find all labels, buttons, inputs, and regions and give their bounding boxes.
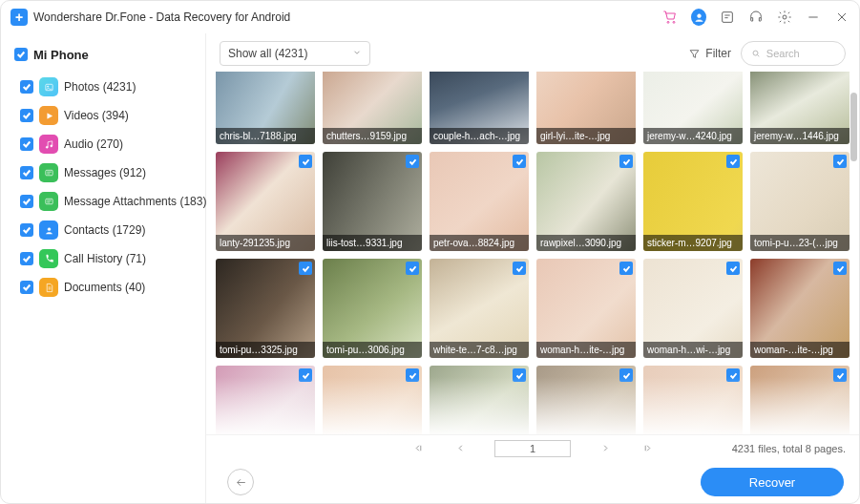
thumbnail-checkbox[interactable] bbox=[299, 155, 312, 168]
thumbnail-item[interactable] bbox=[216, 366, 315, 434]
thumbnail-item[interactable]: woman-h…ite-…jpg bbox=[536, 259, 636, 358]
app-title: Wondershare Dr.Fone - Data Recovery for … bbox=[33, 10, 290, 24]
thumbnail-checkbox[interactable] bbox=[726, 155, 740, 168]
svg-line-23 bbox=[758, 55, 760, 57]
thumbnail-item[interactable]: rawpixel…3090.jpg bbox=[536, 152, 636, 251]
thumbnail-item[interactable]: couple-h…ach-…jpg bbox=[430, 72, 529, 144]
filter-dropdown[interactable]: Show all (4231) bbox=[220, 41, 370, 66]
thumbnail-item[interactable]: woman-h…wi-…jpg bbox=[643, 259, 743, 358]
page-next-button[interactable] bbox=[598, 443, 613, 453]
page-last-button[interactable] bbox=[640, 443, 655, 453]
category-label: Audio (270) bbox=[64, 137, 123, 151]
device-row[interactable]: Mi Phone bbox=[14, 41, 196, 68]
thumbnail-item[interactable] bbox=[643, 366, 743, 434]
search-icon bbox=[751, 48, 761, 59]
thumbnail-checkbox[interactable] bbox=[833, 262, 847, 275]
thumbnail-checkbox[interactable] bbox=[619, 155, 633, 168]
category-checkbox[interactable] bbox=[20, 137, 33, 151]
chevron-down-icon bbox=[352, 47, 362, 60]
svg-point-19 bbox=[48, 227, 51, 230]
sidebar-item-audio[interactable]: Audio (270) bbox=[14, 131, 196, 158]
settings-icon[interactable] bbox=[777, 10, 792, 25]
minimize-icon[interactable] bbox=[806, 10, 821, 25]
filter-button[interactable]: Filter bbox=[688, 47, 731, 60]
thumbnail-checkbox[interactable] bbox=[513, 262, 526, 275]
user-icon[interactable] bbox=[691, 10, 706, 25]
support-icon[interactable] bbox=[748, 10, 764, 25]
thumbnail-checkbox[interactable] bbox=[833, 155, 847, 168]
thumbnail-checkbox[interactable] bbox=[619, 262, 633, 275]
thumbnail-checkbox[interactable] bbox=[833, 368, 847, 382]
thumbnail-item[interactable]: tomi-p-u…23-(…jpg bbox=[750, 152, 850, 251]
thumbnail-item[interactable]: lanty-291235.jpg bbox=[216, 152, 315, 251]
docs-icon bbox=[39, 278, 58, 297]
category-list: Photos (4231)Videos (394)Audio (270)Mess… bbox=[14, 74, 196, 301]
thumbnail-checkbox[interactable] bbox=[726, 262, 740, 275]
page-first-button[interactable] bbox=[410, 443, 426, 453]
category-checkbox[interactable] bbox=[20, 166, 33, 179]
thumbnail-caption: chutters…9159.jpg bbox=[323, 128, 422, 144]
thumbnail-item[interactable]: woman-…ite-…jpg bbox=[750, 259, 850, 358]
search-input[interactable] bbox=[766, 48, 835, 59]
thumbnail-checkbox[interactable] bbox=[406, 155, 419, 168]
thumbnail-caption: tomi-pu…3325.jpg bbox=[216, 342, 315, 358]
thumbnail-checkbox[interactable] bbox=[299, 262, 312, 275]
thumbnail-item[interactable] bbox=[323, 366, 422, 434]
thumbnail-item[interactable] bbox=[536, 366, 636, 434]
thumbnail-item[interactable]: tomi-pu…3325.jpg bbox=[216, 259, 315, 358]
cart-icon[interactable] bbox=[662, 10, 678, 25]
category-checkbox[interactable] bbox=[20, 80, 33, 94]
sidebar-item-docs[interactable]: Documents (40) bbox=[14, 274, 196, 301]
thumbnail-checkbox[interactable] bbox=[513, 155, 526, 168]
sidebar-item-videos[interactable]: Videos (394) bbox=[14, 102, 196, 129]
page-number-input[interactable]: 1 bbox=[494, 440, 571, 457]
search-box[interactable] bbox=[741, 41, 846, 66]
thumbnail-item[interactable]: jeremy-w…4240.jpg bbox=[643, 72, 743, 144]
thumbnail-checkbox[interactable] bbox=[619, 368, 633, 382]
thumbnail-item[interactable]: jeremy-w…1446.jpg bbox=[750, 72, 850, 144]
thumbnail-caption: woman-…ite-…jpg bbox=[750, 342, 850, 358]
pager: 1 4231 files, total 8 pages. bbox=[206, 434, 859, 461]
thumbnail-checkbox[interactable] bbox=[726, 368, 740, 382]
category-checkbox[interactable] bbox=[20, 109, 33, 122]
category-label: Contacts (1729) bbox=[64, 223, 145, 237]
sidebar-item-attach[interactable]: Message Attachments (183) bbox=[14, 188, 196, 215]
thumbnail-checkbox[interactable] bbox=[513, 368, 526, 382]
thumbnail-item[interactable] bbox=[430, 366, 529, 434]
back-button[interactable] bbox=[227, 469, 254, 495]
sidebar-item-callhist[interactable]: Call History (71) bbox=[14, 245, 196, 272]
thumbnail-checkbox[interactable] bbox=[406, 262, 419, 275]
recover-button[interactable]: Recover bbox=[701, 468, 844, 496]
category-checkbox[interactable] bbox=[20, 223, 33, 237]
thumbnail-item[interactable]: liis-tost…9331.jpg bbox=[323, 152, 422, 251]
thumbnail-item[interactable]: girl-lyi…ite-…jpg bbox=[536, 72, 636, 144]
thumbnail-item[interactable]: sticker-m…9207.jpg bbox=[643, 152, 743, 251]
thumbnail-item[interactable]: petr-ova…8824.jpg bbox=[430, 152, 529, 251]
dropdown-label: Show all (4231) bbox=[228, 47, 307, 60]
thumbnail-checkbox[interactable] bbox=[406, 368, 419, 382]
thumbnail-caption: chris-bl…7188.jpg bbox=[216, 128, 315, 144]
category-checkbox[interactable] bbox=[20, 281, 33, 294]
device-checkbox[interactable] bbox=[14, 48, 28, 61]
thumbnail-item[interactable]: chris-bl…7188.jpg bbox=[216, 72, 315, 144]
category-checkbox[interactable] bbox=[20, 252, 33, 265]
category-checkbox[interactable] bbox=[20, 195, 33, 208]
app-logo-icon: + bbox=[10, 9, 28, 26]
page-prev-button[interactable] bbox=[452, 443, 468, 453]
sidebar-item-messages[interactable]: Messages (912) bbox=[14, 159, 196, 186]
thumbnail-caption: white-te…7-c8…jpg bbox=[430, 342, 529, 358]
thumbnail-item[interactable]: chutters…9159.jpg bbox=[323, 72, 422, 144]
sidebar-item-photos[interactable]: Photos (4231) bbox=[14, 74, 196, 100]
thumbnail-checkbox[interactable] bbox=[299, 368, 312, 382]
feedback-icon[interactable] bbox=[720, 10, 735, 25]
thumbnail-item[interactable]: tomi-pu…3006.jpg bbox=[323, 259, 422, 358]
close-icon[interactable] bbox=[834, 10, 850, 25]
thumbnail-caption: jeremy-w…4240.jpg bbox=[643, 128, 743, 144]
svg-rect-3 bbox=[723, 12, 733, 23]
device-name: Mi Phone bbox=[33, 48, 89, 62]
thumbnail-item[interactable]: white-te…7-c8…jpg bbox=[430, 259, 529, 358]
sidebar-item-contacts[interactable]: Contacts (1729) bbox=[14, 217, 196, 243]
thumbnail-item[interactable] bbox=[750, 366, 850, 434]
category-label: Messages (912) bbox=[64, 166, 146, 179]
svg-point-22 bbox=[753, 51, 758, 55]
